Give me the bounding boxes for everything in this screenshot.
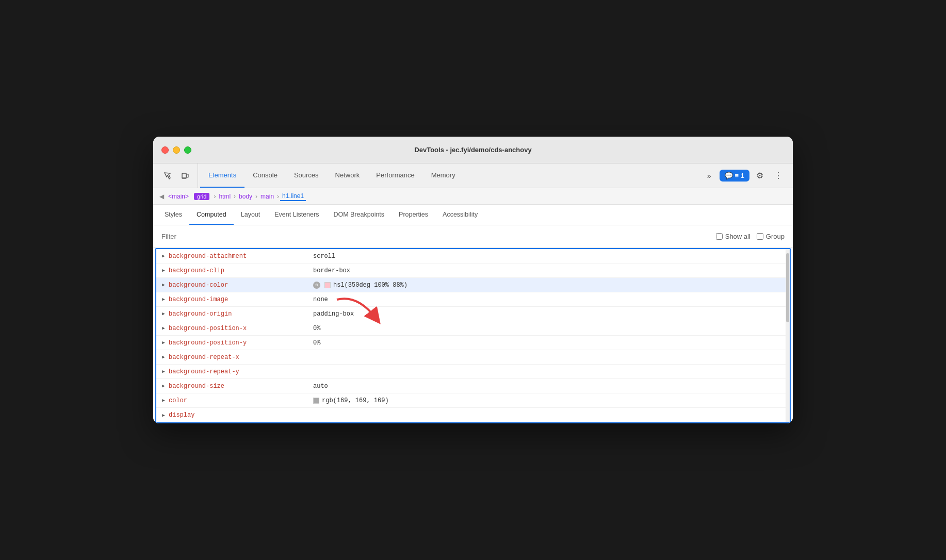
- tab-performance[interactable]: Performance: [368, 163, 422, 188]
- more-options-button[interactable]: ⋮: [770, 168, 787, 184]
- computed-row-bg-repeat-y[interactable]: ▶ background-repeat-y: [156, 365, 790, 379]
- prop-name: background-repeat-y: [169, 368, 313, 375]
- prop-name: background-attachment: [169, 253, 313, 260]
- devtools-window: DevTools - jec.fyi/demo/cds-anchovy: [153, 137, 793, 423]
- device-icon[interactable]: [177, 168, 193, 184]
- tab-memory[interactable]: Memory: [423, 163, 464, 188]
- prop-value: padding-box: [313, 310, 354, 318]
- prop-name: background-image: [169, 296, 313, 303]
- breadcrumb-h1[interactable]: h1.line1: [280, 191, 306, 201]
- computed-row-bg-repeat-x[interactable]: ▶ background-repeat-x: [156, 350, 790, 365]
- expand-icon[interactable]: ▶: [160, 282, 167, 288]
- computed-row-bg-color[interactable]: ▶ background-color ⊙ hsl(350deg 100% 88%…: [156, 278, 790, 292]
- expand-icon[interactable]: ▶: [160, 383, 167, 389]
- inspect-icon[interactable]: [159, 168, 176, 184]
- computed-row-bg-pos-y[interactable]: ▶ background-position-y 0%: [156, 336, 790, 350]
- breadcrumb-body[interactable]: body: [237, 192, 254, 201]
- color-swatch-color[interactable]: [313, 398, 319, 404]
- prop-name: background-position-x: [169, 325, 313, 332]
- prop-name: background-position-y: [169, 339, 313, 347]
- devtools-body: Elements Console Sources Network Perform…: [153, 163, 793, 423]
- tab-network[interactable]: Network: [327, 163, 368, 188]
- panel-tab-accessibility[interactable]: Accessibility: [435, 205, 485, 225]
- maximize-button[interactable]: [184, 146, 191, 154]
- scrollbar[interactable]: [786, 249, 790, 422]
- show-all-checkbox-label[interactable]: Show all: [716, 233, 751, 240]
- settings-button[interactable]: ⚙: [752, 168, 768, 184]
- toolbar-icons: [155, 163, 198, 188]
- expand-icon[interactable]: ▶: [160, 253, 167, 259]
- show-all-checkbox[interactable]: [716, 233, 723, 240]
- group-checkbox[interactable]: [757, 233, 763, 240]
- filter-input[interactable]: [161, 233, 708, 240]
- breadcrumb-sep: ›: [214, 193, 216, 200]
- computed-row-bg-size[interactable]: ▶ background-size auto: [156, 379, 790, 393]
- prop-value: 0%: [313, 339, 320, 347]
- titlebar: DevTools - jec.fyi/demo/cds-anchovy: [153, 137, 793, 163]
- breadcrumb-sep2: ›: [234, 193, 236, 200]
- computed-row-bg-image[interactable]: ▶ background-image none: [156, 292, 790, 307]
- toolbar-right: » 💬 ≡ 1 ⚙ ⋮: [697, 168, 791, 184]
- expand-icon[interactable]: ▶: [160, 398, 167, 404]
- group-checkbox-label[interactable]: Group: [757, 233, 785, 240]
- tab-elements[interactable]: Elements: [200, 163, 244, 188]
- prop-value: rgb(169, 169, 169): [313, 397, 389, 404]
- expand-icon[interactable]: ▶: [160, 325, 167, 332]
- scrollbar-thumb[interactable]: [786, 253, 789, 322]
- computed-row-bg-clip[interactable]: ▶ background-clip border-box: [156, 263, 790, 278]
- computed-row-bg-attachment[interactable]: ▶ background-attachment scroll: [156, 249, 790, 263]
- computed-row-color[interactable]: ▶ color rgb(169, 169, 169): [156, 393, 790, 408]
- breadcrumb-main-tag[interactable]: <main>: [166, 192, 191, 201]
- more-tabs-button[interactable]: »: [701, 168, 717, 184]
- computed-row-bg-origin[interactable]: ▶ background-origin padding-box: [156, 307, 790, 321]
- window-title: DevTools - jec.fyi/demo/cds-anchovy: [414, 146, 531, 154]
- close-button[interactable]: [161, 146, 169, 154]
- expand-icon[interactable]: ▶: [160, 297, 167, 303]
- prop-name: background-color: [169, 282, 313, 289]
- prop-name: display: [169, 411, 313, 419]
- expand-icon[interactable]: ▶: [160, 369, 167, 375]
- prop-value: 0%: [313, 325, 320, 332]
- prop-value: none: [313, 296, 328, 303]
- expand-icon[interactable]: ▶: [160, 340, 167, 346]
- breadcrumb-arrow: ◀: [159, 193, 164, 200]
- panel-tab-layout[interactable]: Layout: [234, 205, 268, 225]
- panel-tab-computed[interactable]: Computed: [189, 205, 234, 225]
- panel-tab-properties[interactable]: Properties: [392, 205, 435, 225]
- computed-content: ▶ background-attachment scroll ▶ backgro…: [153, 248, 793, 423]
- main-tabs: Elements Console Sources Network Perform…: [200, 163, 697, 188]
- minimize-button[interactable]: [173, 146, 180, 154]
- prop-name: background-origin: [169, 310, 313, 318]
- breadcrumb-sep3: ›: [255, 193, 257, 200]
- traffic-lights: [161, 146, 191, 154]
- chat-button[interactable]: 💬 ≡ 1: [720, 170, 749, 182]
- tab-console[interactable]: Console: [244, 163, 286, 188]
- breadcrumb-main[interactable]: main: [258, 192, 276, 201]
- panel-tab-event-listeners[interactable]: Event Listeners: [267, 205, 326, 225]
- filter-options: Show all Group: [716, 233, 785, 240]
- prop-value: ⊙ hsl(350deg 100% 88%): [313, 282, 407, 289]
- prop-name: background-size: [169, 383, 313, 390]
- tab-sources[interactable]: Sources: [286, 163, 327, 188]
- prop-value: scroll: [313, 253, 335, 260]
- expand-icon[interactable]: ▶: [160, 268, 167, 274]
- computed-row-display[interactable]: ▶ display: [156, 408, 790, 422]
- svg-rect-1: [187, 174, 188, 177]
- filter-bar: Show all Group: [153, 225, 793, 248]
- breadcrumb-bar: ◀ <main> grid › html › body › main › h1.…: [153, 188, 793, 205]
- prop-name: background-repeat-x: [169, 354, 313, 361]
- prop-name: color: [169, 397, 313, 404]
- override-icon: ⊙: [313, 282, 320, 289]
- panel-tab-dom-breakpoints[interactable]: DOM Breakpoints: [326, 205, 392, 225]
- breadcrumb-html[interactable]: html: [217, 192, 233, 201]
- breadcrumb-sep4: ›: [277, 193, 279, 200]
- computed-row-bg-pos-x[interactable]: ▶ background-position-x 0%: [156, 321, 790, 336]
- expand-icon[interactable]: ▶: [160, 354, 167, 360]
- expand-icon[interactable]: ▶: [160, 311, 167, 317]
- grid-badge: grid: [194, 193, 209, 200]
- color-swatch[interactable]: [324, 282, 331, 288]
- prop-name: background-clip: [169, 267, 313, 274]
- expand-icon[interactable]: ▶: [160, 412, 167, 418]
- main-toolbar: Elements Console Sources Network Perform…: [153, 163, 793, 188]
- panel-tab-styles[interactable]: Styles: [157, 205, 189, 225]
